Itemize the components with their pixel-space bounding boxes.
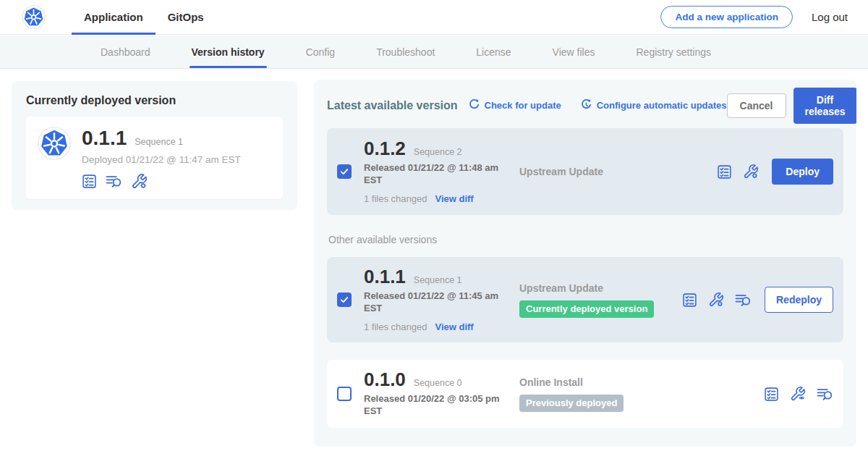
top-nav-tabs: Application GitOps — [72, 0, 216, 34]
preflight-checks-icon[interactable] — [764, 387, 779, 402]
top-tab-gitops[interactable]: GitOps — [156, 0, 216, 34]
previously-deployed-badge: Previously deployed — [519, 395, 624, 412]
tab-registry-settings[interactable]: Registry settings — [636, 35, 710, 68]
top-tab-application[interactable]: Application — [72, 0, 156, 34]
deploy-button[interactable]: Deploy — [772, 159, 833, 185]
view-config-icon[interactable] — [790, 386, 806, 402]
preflight-checks-icon[interactable] — [82, 174, 97, 189]
tab-config[interactable]: Config — [306, 35, 335, 68]
deploy-logs-icon[interactable] — [817, 387, 833, 402]
currently-deployed-card: Currently deployed version 0. — [12, 81, 297, 210]
version-number: 0.1.1 — [364, 267, 406, 287]
version-checkbox[interactable] — [337, 164, 352, 179]
sequence-label: Sequence 1 — [414, 275, 462, 285]
other-available-versions-title: Other available versions — [328, 234, 843, 245]
version-row-0-1-1: 0.1.1 Sequence 1 Released 01/21/22 @ 11:… — [327, 257, 843, 342]
tab-troubleshoot[interactable]: Troubleshoot — [376, 35, 435, 68]
check-for-update-link[interactable]: Check for update — [468, 98, 561, 113]
tab-version-history[interactable]: Version history — [192, 35, 265, 68]
released-timestamp: Released 01/21/22 @ 11:45 am EST — [364, 290, 506, 315]
preflight-checks-icon[interactable] — [682, 292, 697, 308]
released-timestamp: Released 01/21/22 @ 11:48 am EST — [364, 162, 506, 187]
edit-config-icon[interactable] — [708, 292, 724, 308]
tab-dashboard[interactable]: Dashboard — [101, 35, 150, 68]
edit-config-icon[interactable] — [743, 164, 759, 180]
redeploy-button[interactable]: Redeploy — [765, 287, 833, 313]
deploy-logs-icon[interactable] — [735, 292, 752, 308]
kubernetes-app-icon — [38, 127, 71, 190]
edit-config-icon[interactable] — [131, 173, 148, 190]
update-source-label: Upstream Update — [519, 282, 682, 294]
version-number: 0.1.2 — [364, 139, 406, 159]
configure-automatic-updates-link[interactable]: Configure automatic updates — [580, 98, 727, 113]
deployed-version-number: 0.1.1 — [82, 127, 127, 148]
scheduled-update-icon — [580, 98, 592, 113]
sequence-label: Sequence 0 — [414, 378, 462, 388]
refresh-icon — [468, 98, 480, 113]
deploy-logs-icon[interactable] — [106, 174, 122, 189]
tab-view-files[interactable]: View files — [553, 35, 595, 68]
version-row-0-1-0: 0.1.0 Sequence 0 Released 01/20/22 @ 03:… — [327, 360, 843, 428]
application-sub-navigation: Dashboard Version history Config Trouble… — [0, 35, 868, 69]
view-diff-link[interactable]: View diff — [435, 321, 473, 332]
kubernetes-logo-icon — [22, 5, 46, 29]
version-checkbox[interactable] — [337, 292, 352, 307]
top-navigation-bar: Application GitOps Add a new application… — [0, 0, 868, 35]
update-source-label: Online Install — [519, 376, 764, 388]
logout-button[interactable]: Log out — [812, 11, 848, 23]
add-new-application-button[interactable]: Add a new application — [660, 6, 793, 28]
version-row-0-1-2: 0.1.2 Sequence 2 Released 01/21/22 @ 11:… — [327, 128, 843, 215]
version-number: 0.1.0 — [364, 370, 406, 389]
deployed-timestamp: Deployed 01/21/22 @ 11:47 am EST — [82, 154, 241, 165]
diff-releases-button[interactable]: Diff releases — [793, 88, 857, 124]
sequence-label: Sequence 2 — [414, 147, 462, 157]
version-checkbox[interactable] — [337, 387, 352, 401]
deployed-card-title: Currently deployed version — [26, 94, 283, 107]
files-changed-label: 1 files changed — [364, 321, 427, 332]
latest-available-version-title: Latest available version — [327, 99, 458, 112]
deployed-version-card: 0.1.1 Sequence 1 Deployed 01/21/22 @ 11:… — [26, 117, 283, 199]
files-changed-label: 1 files changed — [364, 193, 427, 204]
currently-deployed-badge: Currently deployed version — [519, 300, 654, 318]
cancel-button[interactable]: Cancel — [727, 93, 786, 118]
view-diff-link[interactable]: View diff — [435, 193, 473, 204]
preflight-checks-icon[interactable] — [717, 164, 732, 180]
update-source-label: Upstream Update — [519, 166, 717, 177]
version-history-panel: Latest available version Check for updat… — [314, 80, 856, 447]
tab-license[interactable]: License — [476, 35, 511, 68]
released-timestamp: Released 01/20/22 @ 03:05 pm EST — [364, 393, 506, 418]
top-right-actions: Add a new application Log out — [660, 6, 848, 28]
deployed-sequence-label: Sequence 1 — [135, 137, 183, 147]
